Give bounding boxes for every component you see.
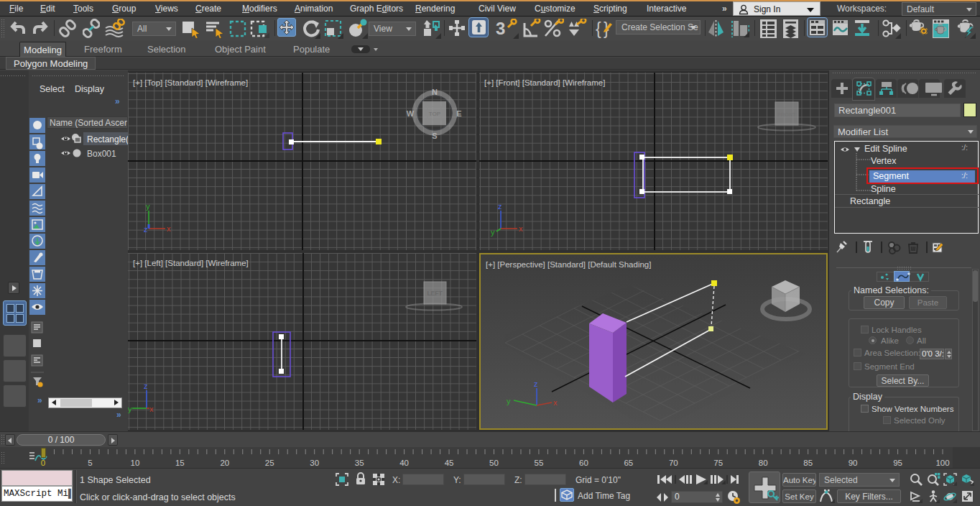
svg-text:x: x xyxy=(149,405,154,413)
svg-text:W: W xyxy=(407,109,415,118)
svg-text:[+] [Top] [Standard] [Wirefram: [+] [Top] [Standard] [Wireframe] xyxy=(133,78,248,87)
svg-text:15: 15 xyxy=(175,459,185,467)
svg-text:S: S xyxy=(432,132,437,140)
svg-text:x: x xyxy=(553,398,558,407)
svg-text:z: z xyxy=(144,225,148,234)
svg-text:x: x xyxy=(519,224,523,233)
svg-text:35: 35 xyxy=(355,459,364,467)
svg-text:y: y xyxy=(128,405,132,413)
svg-text:80: 80 xyxy=(759,459,768,467)
svg-text:y: y xyxy=(146,202,150,211)
svg-text:[+] [Perspective] [Standard] [: [+] [Perspective] [Standard] [Default Sh… xyxy=(486,260,651,269)
svg-text:TOP: TOP xyxy=(429,111,440,117)
svg-text:65: 65 xyxy=(624,459,633,467)
svg-text:40: 40 xyxy=(399,459,409,467)
svg-text:45: 45 xyxy=(445,459,454,467)
svg-text:[+] [Left] [Standard] [Wirefra: [+] [Left] [Standard] [Wireframe] xyxy=(133,259,249,267)
svg-text:E: E xyxy=(456,109,461,118)
svg-text:20: 20 xyxy=(220,459,229,467)
svg-text:10: 10 xyxy=(131,459,140,467)
svg-text:[+] [Front] [Standard] [Wirefr: [+] [Front] [Standard] [Wireframe] xyxy=(484,78,605,87)
svg-text:90: 90 xyxy=(849,459,858,467)
svg-text:y: y xyxy=(507,397,511,405)
svg-text:25: 25 xyxy=(265,459,274,467)
svg-text:75: 75 xyxy=(713,459,723,467)
svg-text:z: z xyxy=(534,380,538,388)
svg-text:z: z xyxy=(498,202,502,211)
svg-text:95: 95 xyxy=(893,459,902,467)
svg-text:70: 70 xyxy=(669,459,678,467)
svg-text:x: x xyxy=(167,224,171,233)
svg-text:50: 50 xyxy=(489,459,499,467)
svg-text:0: 0 xyxy=(41,459,45,467)
svg-text:100: 100 xyxy=(935,459,949,467)
svg-text:60: 60 xyxy=(579,459,588,467)
svg-text:3: 3 xyxy=(496,19,505,38)
svg-text:85: 85 xyxy=(803,459,813,467)
svg-text:55: 55 xyxy=(535,459,544,467)
svg-text:5: 5 xyxy=(88,459,92,467)
svg-text:z: z xyxy=(144,382,148,390)
svg-text:y: y xyxy=(491,228,495,236)
svg-text:FRONT: FRONT xyxy=(777,111,796,118)
svg-text:LEFT: LEFT xyxy=(427,290,443,297)
svg-text:30: 30 xyxy=(310,459,319,467)
svg-text:{: { xyxy=(596,19,601,38)
svg-text:N: N xyxy=(432,88,438,96)
